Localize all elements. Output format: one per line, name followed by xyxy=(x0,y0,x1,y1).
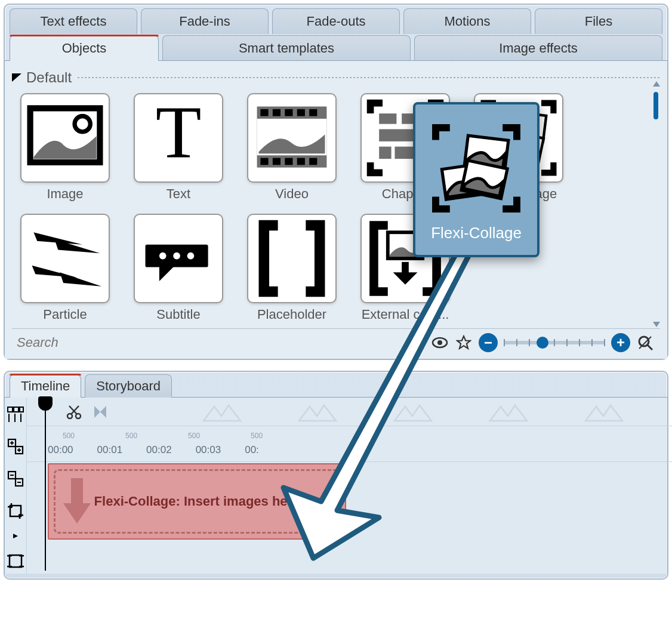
playhead[interactable] xyxy=(45,398,46,571)
object-scrollbar[interactable] xyxy=(652,92,660,325)
section-header[interactable]: Default xyxy=(12,69,660,86)
marker-icon[interactable] xyxy=(91,403,109,421)
ruler-label: 00:01 xyxy=(97,444,123,456)
svg-point-31 xyxy=(173,253,180,260)
zoom-slider[interactable] xyxy=(504,341,605,344)
ruler-minor: 500 xyxy=(188,432,200,440)
svg-text:T: T xyxy=(156,94,202,173)
tab-objects[interactable]: Objects xyxy=(10,35,159,61)
svg-marker-27 xyxy=(60,272,101,286)
video-icon xyxy=(247,93,337,183)
drop-arrow-icon xyxy=(62,476,92,527)
zoom-slider-knob[interactable] xyxy=(537,337,548,349)
svg-rect-19 xyxy=(379,147,391,159)
object-label: Video xyxy=(241,186,343,202)
flexi-collage-icon xyxy=(426,118,527,219)
object-label: Particle xyxy=(14,307,116,322)
ruler-label: 00:03 xyxy=(196,444,221,456)
svg-rect-43 xyxy=(20,407,23,412)
object-item-subtitle[interactable]: Subtitle xyxy=(128,214,229,322)
timeline-tools xyxy=(5,398,27,574)
scroll-thumb[interactable] xyxy=(653,92,658,119)
text-icon: T xyxy=(134,93,223,183)
svg-rect-9 xyxy=(309,109,317,116)
add-track-icon[interactable] xyxy=(5,436,26,457)
object-label: Subtitle xyxy=(128,307,229,322)
tab-fade-outs[interactable]: Fade-outs xyxy=(272,8,400,34)
svg-rect-41 xyxy=(8,407,13,412)
dragged-flexi-collage[interactable]: Flexi-Collage xyxy=(413,102,540,257)
tab-fade-ins[interactable]: Fade-ins xyxy=(141,8,269,34)
object-item-text[interactable]: T Text xyxy=(128,93,229,202)
tab-timeline[interactable]: Timeline xyxy=(10,374,81,398)
svg-rect-12 xyxy=(285,158,292,165)
svg-rect-63 xyxy=(10,555,21,567)
section-divider xyxy=(78,77,660,78)
svg-marker-25 xyxy=(54,239,100,253)
svg-marker-29 xyxy=(159,266,175,281)
svg-rect-72 xyxy=(71,478,83,504)
svg-line-39 xyxy=(648,345,652,350)
tab-image-effects[interactable]: Image effects xyxy=(414,35,662,61)
tab-row-lower: Objects Smart templates Image effects xyxy=(5,34,667,61)
object-item-video[interactable]: Video xyxy=(241,93,343,202)
svg-point-38 xyxy=(639,337,649,346)
particle-icon xyxy=(20,214,110,303)
svg-rect-15 xyxy=(379,113,396,124)
scroll-down-icon xyxy=(653,322,660,327)
zoom-fit-icon[interactable] xyxy=(636,334,654,352)
svg-marker-62 xyxy=(13,534,18,538)
image-icon xyxy=(20,93,110,183)
svg-rect-13 xyxy=(297,158,305,165)
collapse-icon xyxy=(12,73,21,82)
object-label: Text xyxy=(128,186,229,202)
svg-rect-6 xyxy=(273,109,280,116)
svg-rect-42 xyxy=(14,407,19,412)
tab-smart-templates[interactable]: Smart templates xyxy=(162,35,411,61)
tab-files[interactable]: Files xyxy=(535,8,662,34)
zoom-in-button[interactable]: + xyxy=(611,333,630,352)
section-title: Default xyxy=(26,69,72,86)
object-item-image[interactable]: Image xyxy=(14,93,116,202)
expand-icon[interactable] xyxy=(5,532,26,540)
subtitle-icon xyxy=(134,214,223,303)
instruction-arrow-icon xyxy=(257,227,507,561)
ruler-label: 00:00 xyxy=(48,444,73,456)
bounds-icon[interactable] xyxy=(5,550,26,572)
ruler-minor: 500 xyxy=(63,432,75,440)
tab-storyboard[interactable]: Storyboard xyxy=(85,374,172,398)
svg-rect-17 xyxy=(379,129,414,141)
svg-rect-5 xyxy=(260,109,268,116)
svg-rect-8 xyxy=(297,109,305,116)
tab-row-upper: Text effects Fade-ins Fade-outs Motions … xyxy=(5,7,667,34)
svg-point-30 xyxy=(159,253,167,260)
svg-marker-73 xyxy=(63,503,91,524)
ruler-minor: 500 xyxy=(125,432,137,440)
object-item-particle[interactable]: Particle xyxy=(14,214,116,322)
drag-label: Flexi-Collage xyxy=(431,224,522,242)
svg-rect-7 xyxy=(285,109,292,116)
svg-point-32 xyxy=(187,253,195,260)
tab-motions[interactable]: Motions xyxy=(403,8,531,34)
svg-rect-14 xyxy=(309,158,317,165)
scissors-icon[interactable] xyxy=(65,403,83,421)
svg-rect-11 xyxy=(273,158,280,165)
object-label: Image xyxy=(14,186,116,202)
scroll-up-icon xyxy=(653,81,660,87)
crop-icon[interactable] xyxy=(5,500,26,522)
ruler-label: 00:02 xyxy=(146,444,172,456)
svg-rect-10 xyxy=(260,158,268,165)
svg-marker-26 xyxy=(32,266,78,278)
remove-track-icon[interactable] xyxy=(5,468,26,489)
tab-text-effects[interactable]: Text effects xyxy=(10,8,137,34)
tracks-tool-icon[interactable] xyxy=(5,404,26,425)
